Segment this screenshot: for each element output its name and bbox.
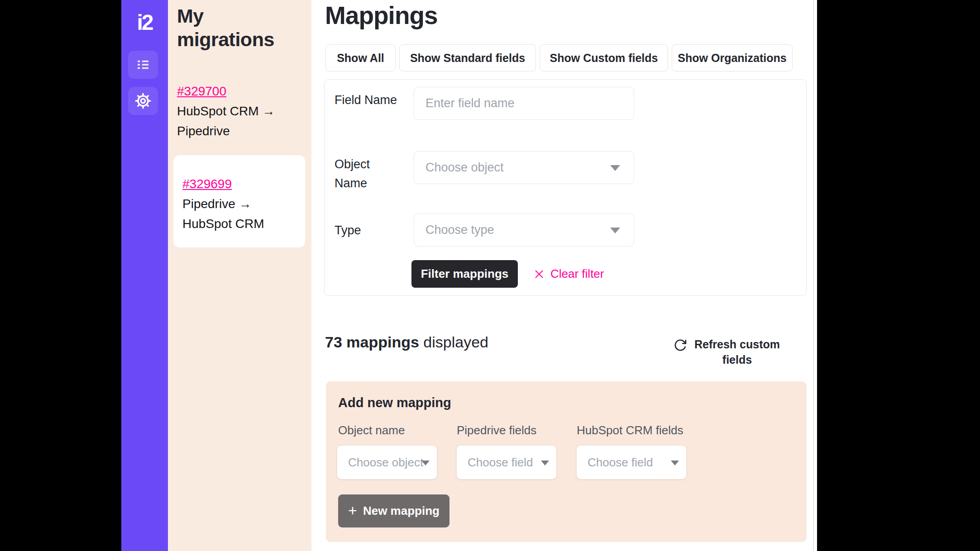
tab-show-custom-fields[interactable]: Show Custom fields (540, 44, 668, 71)
pipedrive-field-placeholder: Choose field (468, 456, 533, 470)
choose-object-select[interactable]: Choose object (337, 446, 437, 479)
new-mapping-label: New mapping (363, 504, 440, 518)
pipedrive-field-select[interactable]: Choose field (457, 446, 556, 479)
refresh-icon (674, 337, 691, 352)
settings-button[interactable] (128, 87, 158, 115)
app-window: i2 (0, 0, 980, 551)
mappings-summary: 73 mappings displayed (325, 333, 488, 351)
letterbox-left (0, 0, 121, 551)
chevron-down-icon (671, 461, 679, 466)
migration-item-card[interactable]: #329699 Pipedrive → HubSpot CRM (173, 155, 305, 247)
mappings-count: 73 mappings (325, 333, 419, 351)
tab-show-organizations[interactable]: Show Organizations (672, 44, 793, 71)
chevron-down-icon (610, 165, 620, 171)
hubspot-field-placeholder: Choose field (588, 456, 653, 470)
type-select[interactable]: Choose type (414, 214, 634, 247)
object-name-label: Object Name (335, 155, 402, 193)
type-placeholder: Choose type (425, 223, 494, 237)
refresh-label: Refresh custom fields (691, 337, 784, 367)
tab-show-standard-fields[interactable]: Show Standard fields (399, 44, 536, 71)
object-name-placeholder: Choose object (425, 161, 504, 175)
page-edge-divider (813, 0, 814, 551)
migration-link-329700[interactable]: #329700 (177, 81, 226, 101)
migration-route-line1: Pipedrive → (182, 194, 305, 214)
clear-filter-link[interactable]: Clear filter (534, 260, 604, 288)
chevron-down-icon (541, 461, 549, 466)
migrations-list-button[interactable] (128, 51, 158, 79)
object-name-select[interactable]: Choose object (414, 151, 634, 184)
type-label: Type (335, 221, 402, 240)
migrations-panel: My migrations #329700 HubSpot CRM → Pipe… (168, 0, 311, 551)
refresh-custom-fields-button[interactable]: Refresh custom fields (674, 337, 784, 367)
app-logo: i2 (121, 10, 168, 35)
list-icon (135, 57, 151, 73)
filter-tabs: Show All Show Standard fields Show Custo… (325, 44, 793, 71)
new-mapping-button[interactable]: + New mapping (338, 494, 449, 527)
chevron-down-icon (421, 461, 430, 466)
add-new-mapping-panel: Add new mapping Object name Pipedrive fi… (326, 381, 807, 542)
tab-show-all[interactable]: Show All (325, 44, 396, 71)
field-name-input[interactable] (414, 87, 634, 120)
main-content: Mappings Show All Show Standard fields S… (311, 0, 813, 551)
clear-filter-label: Clear filter (550, 267, 604, 281)
page-title: Mappings (325, 1, 438, 30)
migration-link-329699[interactable]: #329699 (182, 174, 232, 194)
object-name-column-label: Object name (338, 423, 405, 437)
gear-icon (134, 92, 152, 109)
migration-route-line2: Pipedrive (177, 121, 275, 141)
sidebar: i2 (121, 0, 168, 551)
mappings-count-suffix: displayed (419, 333, 488, 351)
migrations-title: My migrations (177, 5, 290, 51)
filter-panel: Field Name Object Name Choose object Typ… (324, 79, 807, 296)
pipedrive-fields-column-label: Pipedrive fields (457, 423, 536, 437)
plus-icon: + (348, 503, 357, 518)
add-mapping-title: Add new mapping (338, 395, 451, 410)
hubspot-field-select[interactable]: Choose field (577, 446, 686, 479)
letterbox-right (817, 0, 980, 551)
field-name-label: Field Name (335, 90, 402, 109)
migration-item-active[interactable]: #329700 HubSpot CRM → Pipedrive (177, 81, 275, 141)
migration-route-line1: HubSpot CRM → (177, 101, 275, 121)
hubspot-fields-column-label: HubSpot CRM fields (577, 423, 684, 437)
clear-x-icon (534, 269, 545, 280)
chevron-down-icon (610, 228, 620, 233)
filter-mappings-button[interactable]: Filter mappings (411, 260, 518, 288)
migration-route-line2: HubSpot CRM (182, 214, 305, 234)
choose-object-placeholder: Choose object (348, 456, 423, 470)
